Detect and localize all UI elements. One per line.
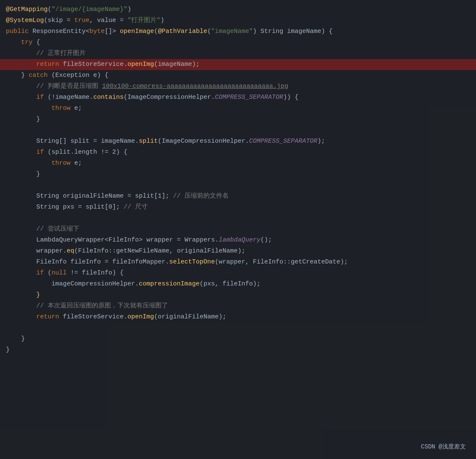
line-26: imageCompressionHelper.compressionImage(… — [6, 279, 476, 290]
code-container: @GetMapping("/image/{imageName}") @Syste… — [0, 0, 476, 459]
line-4: try { — [6, 37, 476, 48]
line-14: if (split.length != 2) { — [6, 147, 476, 158]
line-31: } — [6, 334, 476, 345]
line-27: } — [6, 290, 476, 301]
line-24: FileInfo fileInfo = fileInfoMapper.selec… — [6, 257, 476, 268]
line-10: throw e; — [6, 103, 476, 114]
line-1: @GetMapping("/image/{imageName}") — [6, 4, 476, 15]
line-19: String pxs = split[0]; // 尺寸 — [6, 202, 476, 213]
line-9: if (!imageName.contains(ImageCompression… — [6, 92, 476, 103]
line-7: } catch (Exception e) { — [6, 70, 476, 81]
line-18: String originalFileName = split[1]; // 压… — [6, 191, 476, 202]
footer-text: CSDN @浅度差文 — [421, 442, 466, 451]
line-21: // 尝试压缩下 — [6, 224, 476, 235]
line-25: if (null != fileInfo) { — [6, 268, 476, 279]
line-16: } — [6, 169, 476, 180]
line-5: // 正常打开图片 — [6, 48, 476, 59]
line-30 — [6, 323, 476, 334]
line-12 — [6, 125, 476, 136]
line-29: return fileStoreService.openImg(original… — [6, 312, 476, 323]
line-13: String[] split = imageName.split(ImageCo… — [6, 136, 476, 147]
line-2: @SystemLog(skip = true, value = "打开图片") — [6, 15, 476, 26]
line-6: return fileStoreService.openImg(imageNam… — [0, 59, 476, 70]
line-11: } — [6, 114, 476, 125]
line-3: public ResponseEntity<byte[]> openImage(… — [6, 26, 476, 37]
line-28: // 本次返回压缩图的原图，下次就有压缩图了 — [6, 301, 476, 312]
line-32: } — [6, 345, 476, 356]
line-17 — [6, 180, 476, 191]
line-8: // 判断是否是压缩图 100x100-compress-aaaaaaaaaaa… — [6, 81, 476, 92]
line-20 — [6, 213, 476, 224]
code-block: @GetMapping("/image/{imageName}") @Syste… — [6, 4, 476, 356]
line-22: LambdaQueryWrapper<FileInfo> wrapper = W… — [6, 235, 476, 246]
line-15: throw e; — [6, 158, 476, 169]
line-23: wrapper.eq(FileInfo::getNewFileName, ori… — [6, 246, 476, 257]
